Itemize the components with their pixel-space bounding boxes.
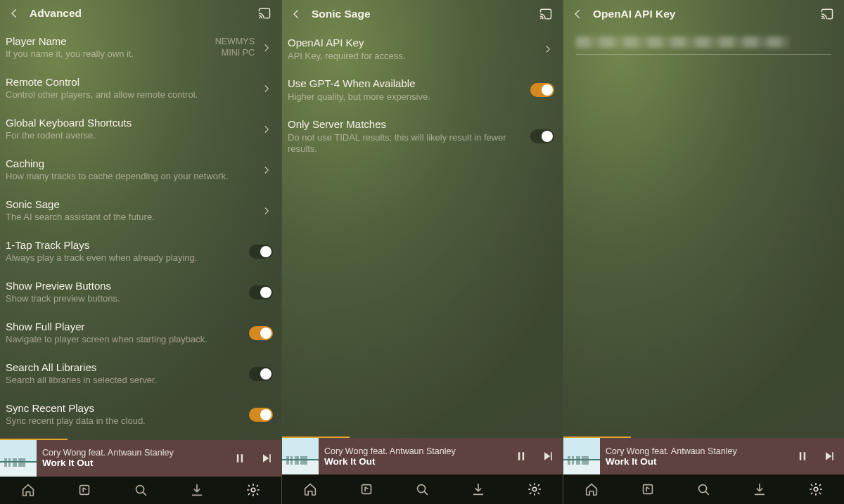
chevron-right-icon bbox=[260, 206, 273, 216]
settings-list: Player Name If you name it, you really o… bbox=[0, 27, 281, 440]
item-show-preview-buttons[interactable]: Show Preview Buttons Show track preview … bbox=[0, 273, 281, 314]
item-value: NEWMYS MINI PC bbox=[215, 37, 255, 58]
item-sync-recent-plays[interactable]: Sync Recent Plays Sync recent play data … bbox=[0, 395, 281, 436]
cast-icon[interactable] bbox=[255, 4, 274, 23]
item-sub: For the rodent averse. bbox=[6, 130, 255, 141]
cast-icon[interactable] bbox=[817, 4, 837, 24]
svg-rect-1 bbox=[80, 486, 89, 495]
nav-search-icon[interactable] bbox=[129, 478, 153, 502]
back-button[interactable] bbox=[568, 4, 587, 24]
back-button[interactable] bbox=[4, 4, 24, 23]
pause-button[interactable] bbox=[792, 446, 813, 467]
nav-settings-icon[interactable] bbox=[804, 477, 828, 501]
toggle[interactable] bbox=[249, 326, 273, 340]
header: Advanced bbox=[0, 0, 281, 27]
item-only-server-matches[interactable]: Only Server Matches Do not use TIDAL res… bbox=[282, 111, 563, 163]
item-openai-api-key[interactable]: OpenAI API Key API Key, required for acc… bbox=[282, 30, 563, 70]
nav-home-icon[interactable] bbox=[298, 477, 322, 501]
page-title: Sonic Sage bbox=[312, 8, 536, 20]
album-art bbox=[563, 438, 600, 474]
nav-library-icon[interactable] bbox=[72, 478, 96, 502]
now-playing-bar[interactable]: Cory Wong feat. Antwaun Stanley Work It … bbox=[282, 438, 563, 474]
svg-point-4 bbox=[540, 18, 542, 19]
item-title: Global Keyboard Shortcuts bbox=[6, 117, 255, 130]
nav-home-icon[interactable] bbox=[580, 477, 603, 501]
item-title: Player Name bbox=[6, 35, 210, 49]
item-title: Caching bbox=[6, 157, 255, 171]
svg-point-8 bbox=[821, 18, 823, 19]
item-show-full-player[interactable]: Show Full Player Navigate to player scre… bbox=[0, 314, 281, 354]
item-caching[interactable]: Caching How many tracks to cache dependi… bbox=[0, 150, 281, 191]
item-title: Search All Libraries bbox=[6, 361, 243, 375]
item-search-all-libraries[interactable]: Search All Libraries Search all librarie… bbox=[0, 354, 281, 395]
next-button[interactable] bbox=[256, 448, 277, 469]
svg-rect-5 bbox=[362, 485, 371, 494]
svg-point-7 bbox=[532, 487, 537, 491]
cast-icon[interactable] bbox=[536, 4, 556, 24]
svg-point-3 bbox=[251, 489, 255, 493]
album-art bbox=[0, 440, 37, 477]
now-playing-bar[interactable]: Cory Wong feat. Antwaun Stanley Work It … bbox=[563, 438, 844, 474]
item-title: 1-Tap Track Plays bbox=[6, 239, 243, 252]
album-art bbox=[282, 438, 319, 474]
api-key-form bbox=[563, 28, 844, 438]
now-playing-bar[interactable]: Cory Wong feat. Antwaun Stanley Work It … bbox=[0, 440, 281, 477]
toggle[interactable] bbox=[530, 129, 554, 143]
nav-downloads-icon[interactable] bbox=[466, 477, 490, 501]
toggle[interactable] bbox=[249, 285, 273, 299]
chevron-right-icon bbox=[260, 124, 273, 134]
item-use-gpt4[interactable]: Use GPT-4 When Available Higher quality,… bbox=[282, 70, 563, 111]
nav-settings-icon[interactable] bbox=[241, 478, 265, 502]
item-sub: API Key, required for access. bbox=[288, 51, 536, 62]
nav-search-icon[interactable] bbox=[410, 477, 434, 501]
now-playing-title: Work It Out bbox=[324, 456, 505, 467]
settings-list: OpenAI API Key API Key, required for acc… bbox=[282, 28, 563, 438]
item-sub: If you name it, you really own it. bbox=[6, 49, 210, 60]
item-1tap-track-plays[interactable]: 1-Tap Track Plays Always play a track ev… bbox=[0, 232, 281, 273]
bottom-nav bbox=[563, 474, 844, 504]
pause-button[interactable] bbox=[229, 448, 250, 469]
item-remote-control[interactable]: Remote Control Control other players, an… bbox=[0, 69, 281, 110]
api-key-input[interactable] bbox=[576, 37, 831, 55]
item-sub: Sync recent play data in the cloud. bbox=[6, 415, 243, 427]
svg-point-0 bbox=[259, 17, 260, 18]
item-player-name[interactable]: Player Name If you name it, you really o… bbox=[0, 28, 281, 69]
now-playing-artist: Cory Wong feat. Antwaun Stanley bbox=[606, 446, 786, 456]
nav-settings-icon[interactable] bbox=[523, 477, 546, 501]
next-button[interactable] bbox=[537, 446, 558, 467]
back-button[interactable] bbox=[286, 4, 306, 24]
toggle[interactable] bbox=[249, 245, 273, 259]
svg-rect-9 bbox=[643, 485, 652, 494]
svg-point-11 bbox=[814, 487, 818, 491]
item-title: Remote Control bbox=[6, 76, 255, 89]
chevron-right-icon bbox=[260, 43, 273, 53]
next-button[interactable] bbox=[819, 446, 840, 467]
item-title: OpenAI API Key bbox=[288, 37, 536, 50]
chevron-right-icon bbox=[542, 44, 554, 54]
header: OpenAI API Key bbox=[563, 0, 844, 28]
item-sub: Do not use TIDAL results; this will like… bbox=[288, 132, 525, 155]
item-sonic-sage[interactable]: Sonic Sage The AI search assistant of th… bbox=[0, 191, 281, 232]
nav-downloads-icon[interactable] bbox=[185, 478, 209, 502]
nav-library-icon[interactable] bbox=[354, 477, 378, 501]
toggle[interactable] bbox=[249, 408, 273, 422]
pause-button[interactable] bbox=[511, 446, 532, 467]
toggle[interactable] bbox=[249, 367, 273, 381]
item-sub: Higher quality, but more expensive. bbox=[288, 91, 525, 103]
nav-search-icon[interactable] bbox=[691, 477, 715, 501]
item-keyboard-shortcuts[interactable]: Global Keyboard Shortcuts For the rodent… bbox=[0, 110, 281, 150]
item-sub: Control other players, and allow remote … bbox=[6, 89, 255, 101]
nav-downloads-icon[interactable] bbox=[748, 477, 772, 501]
toggle[interactable] bbox=[530, 83, 554, 97]
item-sub: Always play a track even when already pl… bbox=[6, 252, 243, 264]
item-sub: Show track preview buttons. bbox=[6, 293, 243, 304]
now-playing-artist: Cory Wong feat. Antwaun Stanley bbox=[324, 446, 505, 456]
page-title: OpenAI API Key bbox=[593, 8, 817, 20]
item-sub: Search all libraries in selected server. bbox=[6, 375, 243, 386]
bottom-nav bbox=[282, 474, 563, 504]
screen-advanced: Advanced Player Name If you name it, you… bbox=[0, 0, 281, 504]
nav-home-icon[interactable] bbox=[16, 478, 40, 502]
nav-library-icon[interactable] bbox=[636, 477, 660, 501]
header: Sonic Sage bbox=[282, 0, 563, 28]
item-title: Show Preview Buttons bbox=[6, 280, 243, 293]
